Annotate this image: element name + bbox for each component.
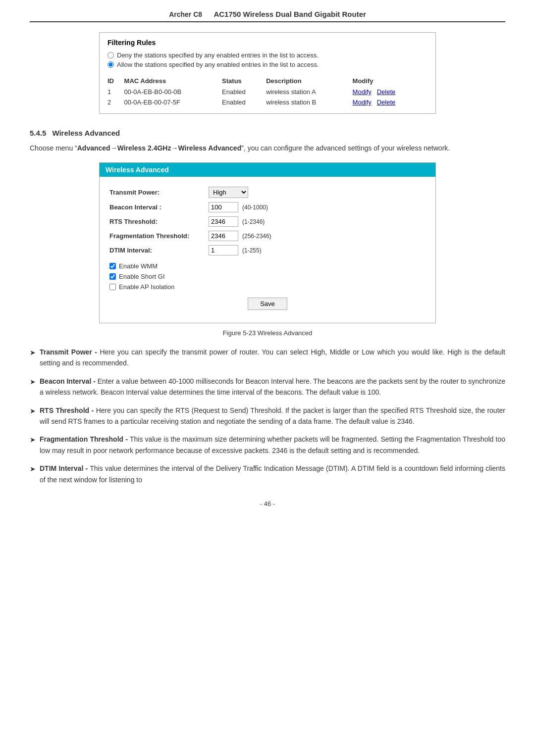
cell-mac: 00-0A-EB-00-07-5F [124, 97, 222, 107]
checkbox-row: Enable WMM [109, 262, 426, 270]
bullet-item: ➤ Transmit Power - Here you can specify … [30, 347, 505, 369]
bullet-item: ➤ DTIM Interval - This value determines … [30, 463, 505, 485]
section-number: 5.4.5 [30, 129, 46, 137]
field-label: Fragmentation Threshold: [109, 229, 209, 243]
cell-description: wireless station B [266, 97, 352, 107]
bullet-item: ➤ Fragmentation Threshold - This value i… [30, 434, 505, 456]
bullet-term: RTS Threshold - [40, 406, 94, 414]
cell-id: 1 [107, 87, 124, 97]
table-row: 1 00-0A-EB-B0-00-0B Enabled wireless sta… [107, 87, 428, 97]
col-mac: MAC Address [124, 75, 222, 87]
menu-path: Advanced→Wireless 2.4GHz→Wireless Advanc… [77, 144, 241, 152]
table-row: 2 00-0A-EB-00-07-5F Enabled wireless sta… [107, 97, 428, 107]
field-input-1[interactable] [209, 202, 238, 212]
bullet-content: RTS Threshold - Here you can specify the… [40, 405, 505, 427]
page-number: - 46 - [30, 500, 505, 507]
checkbox-1[interactable] [109, 273, 116, 280]
field-input-3[interactable] [209, 231, 238, 241]
form-row: RTS Threshold: (1-2346) [109, 214, 426, 229]
modify-link[interactable]: Modify [353, 88, 372, 96]
form-row: Fragmentation Threshold: (256-2346) [109, 229, 426, 243]
cell-description: wireless station A [266, 87, 352, 97]
radio-allow[interactable] [107, 61, 114, 68]
filtering-rules-box: Filtering Rules Deny the stations specif… [99, 32, 436, 114]
bullet-arrow: ➤ [30, 463, 36, 474]
bullet-term: DTIM Interval - [40, 464, 88, 472]
model-name: Archer C8 [169, 10, 202, 18]
checkbox-label: Enable WMM [119, 262, 158, 270]
cell-id: 2 [107, 97, 124, 107]
bullet-arrow: ➤ [30, 347, 36, 358]
checkbox-label: Enable AP Isolation [119, 283, 175, 291]
bullet-list: ➤ Transmit Power - Here you can specify … [30, 347, 505, 485]
checkbox-label: Enable Short GI [119, 273, 165, 280]
checkbox-2[interactable] [109, 284, 116, 290]
radio-allow-label: Allow the stations specified by any enab… [117, 61, 319, 68]
bullet-content: Beacon Interval - Enter a value between … [40, 376, 505, 398]
save-area: Save [109, 298, 426, 315]
section-title: Wireless Advanced [52, 129, 120, 137]
bullet-content: DTIM Interval - This value determines th… [40, 463, 505, 485]
col-id: ID [107, 75, 124, 87]
bullet-item: ➤ RTS Threshold - Here you can specify t… [30, 405, 505, 427]
cell-status: Enabled [222, 97, 266, 107]
field-hint: (256-2346) [242, 233, 271, 240]
filtering-rules-title: Filtering Rules [107, 39, 428, 47]
radio-deny-label: Deny the stations specified by any enabl… [117, 51, 319, 59]
wireless-form-table: Transmit Power: HighMiddleLow Beacon Int… [109, 185, 426, 257]
bullet-content: Transmit Power - Here you can specify th… [40, 347, 505, 369]
bullet-term: Beacon Interval - [40, 377, 96, 385]
bullet-term: Fragmentation Threshold - [40, 435, 128, 443]
bullet-arrow: ➤ [30, 434, 36, 445]
form-row: Beacon Interval : (40-1000) [109, 200, 426, 214]
bullet-item: ➤ Beacon Interval - Enter a value betwee… [30, 376, 505, 398]
field-label: Beacon Interval : [109, 200, 209, 214]
form-row: DTIM Interval: (1-255) [109, 243, 426, 257]
field-label: Transmit Power: [109, 185, 209, 200]
checkbox-row: Enable Short GI [109, 273, 426, 280]
field-value-cell: HighMiddleLow [209, 185, 426, 200]
col-status: Status [222, 75, 266, 87]
field-value-cell: (1-255) [209, 243, 426, 257]
radio-allow-row: Allow the stations specified by any enab… [107, 61, 428, 68]
field-input-2[interactable] [209, 216, 238, 227]
bullet-arrow: ➤ [30, 376, 36, 387]
cell-modify: Modify Delete [353, 87, 428, 97]
field-label: RTS Threshold: [109, 214, 209, 229]
intro-paragraph: Choose menu “Advanced→Wireless 2.4GHz→Wi… [30, 143, 505, 153]
field-value-cell: (40-1000) [209, 200, 426, 214]
field-hint: (40-1000) [242, 204, 268, 211]
save-button[interactable]: Save [248, 298, 287, 310]
field-value-cell: (1-2346) [209, 214, 426, 229]
checkbox-0[interactable] [109, 263, 116, 269]
col-desc: Description [266, 75, 352, 87]
delete-link[interactable]: Delete [377, 88, 396, 96]
field-label: DTIM Interval: [109, 243, 209, 257]
cell-mac: 00-0A-EB-B0-00-0B [124, 87, 222, 97]
figure-caption: Figure 5-23 Wireless Advanced [30, 329, 505, 337]
field-hint: (1-255) [242, 247, 262, 254]
wireless-advanced-header: Wireless Advanced [100, 163, 435, 177]
bullet-arrow: ➤ [30, 405, 36, 416]
wireless-advanced-body: Transmit Power: HighMiddleLow Beacon Int… [100, 177, 435, 323]
form-row: Transmit Power: HighMiddleLow [109, 185, 426, 200]
field-input-4[interactable] [209, 245, 238, 255]
filter-table: ID MAC Address Status Description Modify… [107, 75, 428, 107]
page-header: Archer C8 AC1750 Wireless Dual Band Giga… [30, 10, 505, 22]
col-modify: Modify [353, 75, 428, 87]
delete-link[interactable]: Delete [377, 99, 396, 106]
wireless-advanced-box: Wireless Advanced Transmit Power: HighMi… [99, 162, 436, 323]
section-heading: 5.4.5 Wireless Advanced [30, 129, 505, 137]
radio-deny-row: Deny the stations specified by any enabl… [107, 51, 428, 59]
transmit-power-select[interactable]: HighMiddleLow [209, 187, 248, 198]
field-value-cell: (256-2346) [209, 229, 426, 243]
radio-deny[interactable] [107, 52, 114, 58]
cell-modify: Modify Delete [353, 97, 428, 107]
product-name: AC1750 Wireless Dual Band Gigabit Router [214, 10, 366, 18]
field-hint: (1-2346) [242, 218, 265, 225]
modify-link[interactable]: Modify [353, 99, 372, 106]
bullet-term: Transmit Power - [40, 348, 97, 356]
bullet-content: Fragmentation Threshold - This value is … [40, 434, 505, 456]
checkbox-row: Enable AP Isolation [109, 283, 426, 291]
cell-status: Enabled [222, 87, 266, 97]
